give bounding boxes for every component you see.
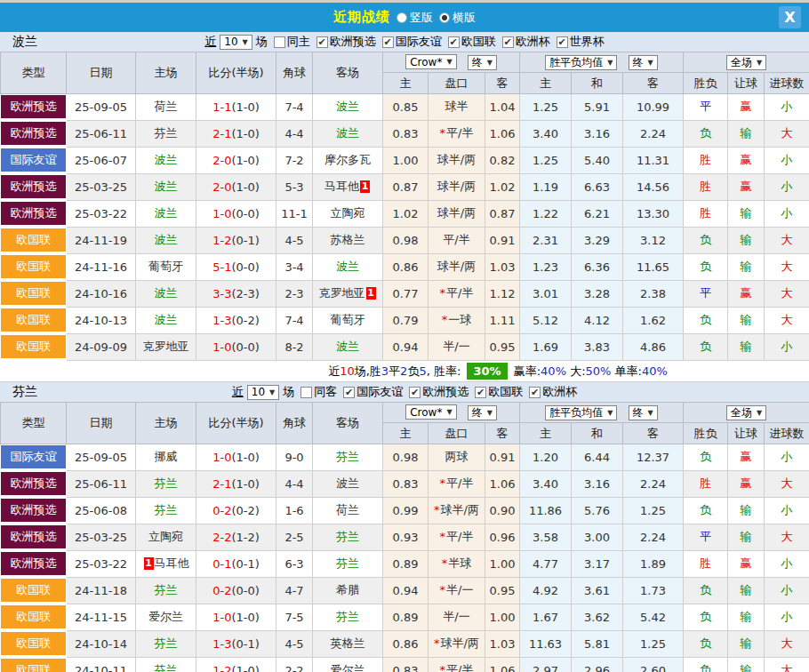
goals-result-cell: 小 [765,200,809,227]
near-link[interactable]: 近 [204,34,216,50]
home-odds-cell: 0.83 [383,120,429,147]
avg-away-cell: 1.62 [623,307,684,333]
away-odds-cell: 1.04 [485,94,520,121]
summary-text: 40% [642,364,668,378]
league-label: 国际友谊 [356,384,403,400]
date-cell: 25-03-25 [67,524,136,550]
col-home: 主场 [136,403,196,444]
near-link[interactable]: 近 [232,384,244,400]
result-cell: 胜 [684,147,728,173]
fulltime-select[interactable]: 全场▼ [726,405,766,420]
date-cell: 24-10-11 [67,657,136,672]
avg-away-cell: 5.42 [623,604,684,630]
same-venue-checkbox[interactable]: 同客 [294,384,337,400]
avg-draw-cell: 3.61 [572,577,623,604]
result-cell: 负 [684,253,728,280]
league-checkbox[interactable]: ✔欧洲杯 [496,34,550,50]
result-cell: 负 [684,120,728,147]
goals-result-cell: 小 [765,604,809,630]
odds-source-value: Crow* [410,406,442,419]
team-name: 芬兰 [12,384,37,400]
league-label: 欧洲杯 [542,384,577,400]
fulltime-header-cell: 全场▼ [684,52,809,73]
table-row: 欧国联24-11-18芬兰0-2(0-0)4-7希腊0.94*半/一0.954.… [1,577,809,604]
handicap-result-cell: 赢 [728,94,765,121]
chevron-down-icon: ▼ [446,408,452,416]
avg-home-cell: 2.31 [520,227,572,253]
score-cell: 0-2(0-2) [196,497,276,524]
changed-handicap-star: * [440,476,446,490]
match-count-select[interactable]: 10 ▼ [220,35,252,50]
col-avg-away: 客 [623,423,684,444]
goals-result-cell: 大 [765,253,809,280]
col-goals: 进球数 [765,423,809,444]
score-cell: 1-0(1-0) [196,444,276,471]
col-let-ball: 让球 [728,423,765,444]
home-odds-cell: 0.89 [383,604,429,630]
date-cell: 24-09-09 [67,333,136,360]
league-checkbox[interactable]: ✔欧国联 [469,384,523,400]
odds-final-select[interactable]: 终▼ [468,405,497,420]
result-cell: 负 [684,444,728,471]
layout-radio-vertical[interactable]: 竖版 [396,10,433,26]
close-icon[interactable]: X [779,6,801,28]
handicap-cell: *半球 [429,550,485,577]
result-cell: 负 [684,333,728,360]
summary-text: 5 [419,364,426,378]
changed-handicap-star: * [440,126,446,140]
same-venue-checkbox[interactable]: 同主 [268,34,310,50]
league-checkbox[interactable]: ✔欧洲杯 [523,384,577,400]
match-count-select[interactable]: 10 ▼ [247,385,279,400]
away-odds-cell: 1.06 [485,657,520,672]
home-team: 挪威 [136,444,196,471]
avg-final-select[interactable]: 终▼ [629,405,658,420]
date-cell: 24-10-14 [67,630,136,657]
score-cell: 2-2(1-2) [196,524,276,550]
corner-cell: 2-3 [276,280,313,307]
league-checkbox[interactable]: ✔世界杯 [550,34,605,50]
odds-source-select[interactable]: Crow*▼ [405,54,456,69]
corner-cell: 5-3 [276,173,313,200]
col-odds-away: 客 [485,73,520,94]
changed-handicap-star: * [434,636,440,650]
avg-away-cell: 10.99 [623,94,684,121]
goals-result-cell: 小 [765,147,809,173]
fulltime-select[interactable]: 全场▼ [726,55,766,70]
col-home: 主场 [136,52,196,94]
layout-radio-horizontal[interactable]: 横版 [439,10,476,26]
goals-result-cell: 小 [765,173,809,200]
away-team: 荷兰 [313,497,383,524]
avg-away-cell: 13.30 [623,200,684,227]
table-row: 欧国联24-09-09克罗地亚1-0(0-0)8-2波兰0.94半/一0.951… [1,333,809,360]
chevron-down-icon: ▼ [648,409,653,417]
result-cell: 平 [684,94,728,121]
result-cell: 胜 [684,550,728,577]
table-row: 国际友谊25-09-05挪威1-0(1-0)9-0芬兰0.98两球0.911.2… [1,444,809,471]
avg-away-cell: 1.73 [623,577,684,604]
handicap-cell: *平/半 [429,280,485,307]
league-checkbox[interactable]: ✔欧洲预选 [403,384,469,400]
corner-cell: 6-3 [276,550,313,577]
col-goals: 进球数 [765,73,809,94]
handicap-cell: 球半/两 [429,173,485,200]
odds-source-select[interactable]: Crow*▼ [405,404,456,420]
league-checkbox[interactable]: ✔欧国联 [442,34,496,50]
match-type-badge: 欧国联 [1,227,67,253]
home-team: 爱尔兰 [136,604,196,630]
avg-select[interactable]: 胜平负均值▼ [545,55,617,70]
away-odds-cell: 0.95 [485,577,520,604]
league-checkbox[interactable]: ✔国际友谊 [376,34,442,50]
avg-select[interactable]: 胜平负均值▼ [545,405,617,420]
avg-home-cell: 4.92 [520,577,572,604]
col-avg-away: 客 [623,73,684,94]
chevron-down-icon: ▼ [757,409,762,417]
radio-checked-icon [439,12,450,23]
avg-final-select[interactable]: 终▼ [629,55,658,70]
league-checkbox[interactable]: ✔国际友谊 [337,384,403,400]
home-team: 波兰 [136,200,196,227]
odds-final-select[interactable]: 终▼ [468,55,497,70]
table-row: 国际友谊25-06-07波兰2-0(1-0)7-2摩尔多瓦1.00球半/两0.8… [1,147,809,173]
league-checkbox[interactable]: ✔欧洲预选 [310,34,376,50]
match-type-badge: 欧国联 [1,577,67,604]
radio-vertical-label: 竖版 [410,10,433,26]
